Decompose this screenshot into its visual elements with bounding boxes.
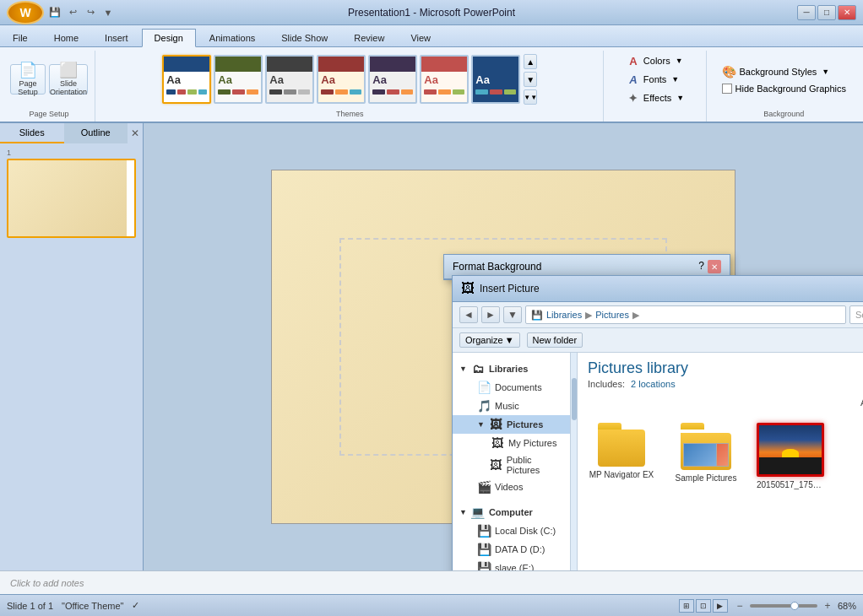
hide-background-button[interactable]: Hide Background Graphics [715,82,853,95]
zoom-out-button[interactable]: − [733,599,746,613]
tab-review[interactable]: Review [341,29,397,46]
ip-organize-button[interactable]: Organize ▼ [459,332,520,348]
nav-item-pictures[interactable]: ▼ 🖼 Pictures [453,415,570,434]
theme-5[interactable]: Aa [368,55,417,104]
locations-link[interactable]: 2 locations [631,379,676,389]
format-bg-close-button[interactable]: ✕ [708,260,721,273]
nav-my-pictures-label: My Pictures [508,438,556,448]
page-setup-group-label: Page Setup [3,110,95,118]
office-button[interactable]: W [7,1,44,24]
public-pictures-icon: 🖼 [489,458,502,472]
themes-scroll-down[interactable]: ▼ [524,72,537,87]
nav-public-pictures-label: Public Pictures [507,455,563,475]
tab-insert[interactable]: Insert [92,29,141,46]
cfe-buttons: A Colors ▼ A Fonts ▼ ✦ Effects ▼ [621,52,689,106]
nav-item-documents[interactable]: 📄 Documents [453,378,570,397]
theme-2[interactable]: Aa [214,55,263,104]
undo-icon[interactable]: ↩ [65,5,80,20]
themes-more[interactable]: ▼▼ [524,89,537,105]
background-buttons: 🎨 Background Styles ▼ Hide Background Gr… [715,63,853,95]
hide-background-checkbox[interactable] [722,84,732,94]
file-20150517[interactable]: 20150517_175204 [757,423,824,489]
theme-name: "Office Theme" [62,601,123,611]
nav-item-public-pictures[interactable]: 🖼 Public Pictures [453,452,570,478]
ip-nav-dropdown[interactable]: ▼ [503,306,522,323]
slides-tabs-row: Slides Outline ✕ [0,123,143,143]
page-setup-button[interactable]: 📄 Page Setup [10,64,46,95]
zoom-slider[interactable] [750,604,817,608]
image-20150517-thumb [757,423,824,477]
pictures-icon: 🖼 [489,418,502,431]
main-area: Slides Outline ✕ 1 Format Background ? ✕ [0,123,863,570]
file-mp-navigator[interactable]: MP Navigator EX [588,423,655,479]
nav-item-libraries[interactable]: ▼ 🗂 Libraries [453,359,570,378]
theme-office[interactable]: Aa [162,55,211,104]
library-title: Pictures library [588,359,863,377]
nav-libraries-label: Libraries [489,364,528,374]
ip-new-folder-button[interactable]: New folder [527,332,583,348]
theme-7[interactable]: Aa [471,55,520,104]
effects-button[interactable]: ✦ Effects ▼ [621,89,689,106]
background-styles-arrow: ▼ [822,68,829,76]
nav-item-local-c[interactable]: 💾 Local Disk (C:) [453,521,570,540]
colors-button[interactable]: A Colors ▼ [621,52,689,69]
ip-path-sep2: ▶ [632,310,639,321]
music-icon: 🎵 [477,399,491,413]
slide-thumbnail-1[interactable] [7,159,136,238]
ip-address-computer-icon: 💾 [531,310,543,321]
themes-scroll-up[interactable]: ▲ [524,54,537,69]
ip-organize-arrow: ▼ [505,335,514,345]
ip-forward-button[interactable]: ► [481,306,500,323]
nav-scrollbar[interactable] [571,353,578,570]
tab-view[interactable]: View [398,29,443,46]
insert-pic-title-bar: 🖼 Insert Picture ✕ [453,276,863,302]
nav-item-my-pictures[interactable]: 🖼 My Pictures [453,434,570,452]
tab-file[interactable]: File [0,29,41,46]
format-bg-title-icons: ? ✕ [698,260,721,273]
library-header: Pictures library Includes: 2 locations [578,353,863,392]
customize-icon[interactable]: ▼ [100,5,116,20]
close-button[interactable]: ✕ [838,5,856,20]
fonts-button[interactable]: A Fonts ▼ [621,71,689,88]
ip-path-libraries: Libraries [546,310,582,320]
format-bg-help-icon[interactable]: ? [698,260,704,273]
colors-label: Colors [643,56,670,66]
tab-animations[interactable]: Animations [197,29,268,46]
ip-address-path[interactable]: 💾 Libraries ▶ Pictures ▶ [525,305,846,324]
save-icon[interactable]: 💾 [47,5,62,20]
tab-design[interactable]: Design [142,29,196,47]
ip-nav-tree: ▼ 🗂 Libraries 📄 Documents 🎵 Music [453,353,571,570]
tab-slideshow[interactable]: Slide Show [269,29,340,46]
slides-panel-close[interactable]: ✕ [128,124,143,143]
theme-3[interactable]: Aa [265,55,314,104]
ip-files-grid: MP Navigator EX Sample Pictu [578,413,863,570]
normal-view-button[interactable]: ⊞ [679,599,694,613]
hide-background-label: Hide Background Graphics [735,84,846,94]
nav-item-slave-e[interactable]: 💾 slave (E:) [453,559,570,570]
minimize-button[interactable]: ─ [797,5,816,20]
nav-item-music[interactable]: 🎵 Music [453,397,570,415]
ip-search-box[interactable]: Search Pictures 🔍 [849,305,863,324]
nav-item-data-d[interactable]: 💾 DATA D (D:) [453,540,570,559]
slide-orientation-button[interactable]: ⬜ SlideOrientation [49,64,88,95]
spell-check-icon[interactable]: ✓ [132,600,139,611]
file-sample-pictures[interactable]: Sample Pictures [672,423,740,483]
background-styles-button[interactable]: 🎨 Background Styles ▼ [715,63,853,80]
redo-icon[interactable]: ↪ [83,5,98,20]
ip-new-folder-label: New folder [533,335,578,345]
nav-item-computer[interactable]: ▼ 💻 Computer [453,503,570,521]
slides-tab[interactable]: Slides [0,123,64,143]
notes-area[interactable]: Click to add notes [0,570,863,594]
background-styles-label: Background Styles [740,67,817,77]
theme-4[interactable]: Aa [317,55,366,104]
status-bar: Slide 1 of 1 "Office Theme" ✓ ⊞ ⊡ ▶ − + … [0,594,863,616]
outline-tab[interactable]: Outline [64,123,128,143]
zoom-in-button[interactable]: + [821,599,834,613]
ip-back-button[interactable]: ◄ [459,306,478,323]
slide-sorter-button[interactable]: ⊡ [696,599,711,613]
nav-item-videos[interactable]: 🎬 Videos [453,478,570,496]
maximize-button[interactable]: □ [817,5,836,20]
theme-6[interactable]: Aa [420,55,469,104]
tab-home[interactable]: Home [41,29,91,46]
slide-show-button[interactable]: ▶ [713,599,728,613]
